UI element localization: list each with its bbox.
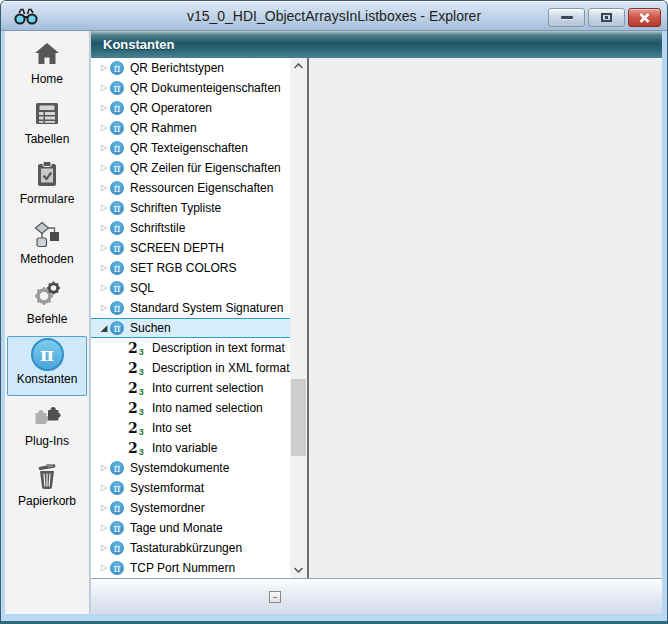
pi-theme-icon: π: [110, 541, 124, 555]
sidebar-item-label: Papierkorb: [18, 494, 76, 508]
minimize-button[interactable]: [548, 8, 585, 27]
panel-title: Konstanten: [103, 37, 175, 52]
tree-item[interactable]: ▷πTCP Port Nummern: [91, 558, 290, 578]
expand-arrow-icon[interactable]: ▷: [98, 218, 110, 238]
tree-item[interactable]: ▷πRessourcen Eigenschaften: [91, 178, 290, 198]
expand-arrow-icon[interactable]: ▷: [98, 198, 110, 218]
expand-arrow-icon[interactable]: ▷: [98, 518, 110, 538]
binoculars-icon: [13, 8, 39, 25]
expand-arrow-icon[interactable]: ▷: [98, 78, 110, 98]
tree-item-label: Tage und Monate: [130, 521, 223, 535]
chevron-up-icon: [294, 63, 303, 69]
tree-item[interactable]: ▷πSchriftstile: [91, 218, 290, 238]
tree-item-label: Description in XML format: [152, 361, 290, 375]
pi-theme-icon: π: [110, 201, 124, 215]
pi-theme-icon: π: [110, 461, 124, 475]
tree-item[interactable]: 23Description in XML format: [91, 358, 290, 378]
sidebar-item-plugins[interactable]: Plug-Ins: [7, 398, 87, 456]
tree-item[interactable]: 23Into current selection: [91, 378, 290, 398]
scrollbar-thumb[interactable]: [291, 379, 306, 456]
detail-panel: [309, 58, 662, 578]
pi-theme-icon: π: [110, 161, 124, 175]
expand-arrow-icon[interactable]: ▷: [98, 278, 110, 298]
plugins-icon: [32, 399, 62, 433]
sidebar-item-home[interactable]: Home: [7, 36, 87, 94]
expand-arrow-icon[interactable]: ▷: [98, 498, 110, 518]
tree-item[interactable]: ▷πQR Operatoren: [91, 98, 290, 118]
tree-item[interactable]: ▷πQR Texteigenschaften: [91, 138, 290, 158]
tree-item-label: Schriften Typliste: [130, 201, 221, 215]
longint-constant-icon: 23: [128, 380, 146, 396]
expand-arrow-icon[interactable]: ▷: [98, 298, 110, 318]
sidebar-item-tabellen[interactable]: Tabellen: [7, 96, 87, 154]
tree-item[interactable]: ▷πQR Rahmen: [91, 118, 290, 138]
tree-item[interactable]: ▷πTage und Monate: [91, 518, 290, 538]
tree-item-label: QR Rahmen: [130, 121, 197, 135]
sidebar-item-methoden[interactable]: Methoden: [7, 216, 87, 274]
tree-item[interactable]: 23Description in text format: [91, 338, 290, 358]
tree-item[interactable]: ▷πStandard System Signaturen: [91, 298, 290, 318]
splitter-collapse-button[interactable]: −: [269, 591, 281, 603]
minimize-icon: [561, 16, 573, 19]
pi-theme-icon: π: [110, 81, 124, 95]
pi-theme-icon: π: [110, 241, 124, 255]
expand-arrow-icon[interactable]: ▷: [98, 58, 110, 78]
tree-item[interactable]: ◢πSuchen: [91, 318, 290, 338]
tree-item[interactable]: ▷πSystemformat: [91, 478, 290, 498]
tree-item[interactable]: ▷πSET RGB COLORS: [91, 258, 290, 278]
tree-item-label: SET RGB COLORS: [130, 261, 236, 275]
tree-item[interactable]: ▷πSchriften Typliste: [91, 198, 290, 218]
close-button[interactable]: [628, 8, 661, 27]
tree-item[interactable]: ▷πQR Dokumenteigenschaften: [91, 78, 290, 98]
expand-arrow-icon[interactable]: ▷: [98, 458, 110, 478]
constants-pi-icon: π: [31, 337, 64, 371]
tree-item[interactable]: 23Into variable: [91, 438, 290, 458]
longint-constant-icon: 23: [128, 440, 146, 456]
longint-constant-icon: 23: [128, 340, 146, 356]
expand-arrow-icon[interactable]: ▷: [98, 98, 110, 118]
tree-item[interactable]: ▷πSQL: [91, 278, 290, 298]
expand-arrow-icon[interactable]: ▷: [98, 178, 110, 198]
expand-arrow-icon[interactable]: ▷: [98, 138, 110, 158]
tree-item[interactable]: ▷πQR Zeilen für Eigenschaften: [91, 158, 290, 178]
expand-arrow-icon[interactable]: ▷: [98, 558, 110, 578]
tree-item-label: QR Dokumenteigenschaften: [130, 81, 281, 95]
bottom-splitter-bar: −: [91, 578, 662, 614]
titlebar[interactable]: v15_0_HDI_ObjectArraysInListboxes - Expl…: [1, 1, 667, 31]
expand-arrow-icon[interactable]: ▷: [98, 238, 110, 258]
tree-scrollbar[interactable]: [290, 58, 307, 578]
expand-arrow-icon[interactable]: ▷: [98, 478, 110, 498]
tree-item-label: Tastaturabkürzungen: [130, 541, 242, 555]
tree-item-label: QR Zeilen für Eigenschaften: [130, 161, 281, 175]
scroll-up-button[interactable]: [290, 58, 307, 74]
sidebar-item-formulare[interactable]: Formulare: [7, 156, 87, 214]
pi-theme-icon: π: [110, 121, 124, 135]
expand-arrow-icon[interactable]: ▷: [98, 538, 110, 558]
tree-item[interactable]: 23Into named selection: [91, 398, 290, 418]
constants-tree: ▷πQR Berichtstypen▷πQR Dokumenteigenscha…: [91, 58, 290, 578]
tree-item-label: QR Operatoren: [130, 101, 212, 115]
tree-item-label: Into current selection: [152, 381, 263, 395]
sidebar-item-befehle[interactable]: Befehle: [7, 276, 87, 334]
pi-theme-icon: π: [110, 501, 124, 515]
expand-arrow-icon[interactable]: ▷: [98, 258, 110, 278]
expand-arrow-icon[interactable]: ▷: [98, 118, 110, 138]
pi-theme-icon: π: [110, 181, 124, 195]
restore-button[interactable]: [588, 8, 625, 27]
tree-item[interactable]: ▷πSystemordner: [91, 498, 290, 518]
tree-item[interactable]: ▷πSCREEN DEPTH: [91, 238, 290, 258]
scroll-down-button[interactable]: [290, 562, 307, 578]
expand-arrow-icon[interactable]: ▷: [98, 158, 110, 178]
tables-icon: [32, 97, 62, 131]
tree-item[interactable]: 23Into set: [91, 418, 290, 438]
sidebar-item-konstanten[interactable]: π Konstanten: [7, 336, 87, 396]
sidebar-item-papierkorb[interactable]: Papierkorb: [7, 458, 87, 516]
collapse-arrow-icon[interactable]: ◢: [98, 318, 110, 338]
pi-theme-icon: π: [110, 61, 124, 75]
tree-item[interactable]: ▷πTastaturabkürzungen: [91, 538, 290, 558]
sidebar-item-label: Methoden: [20, 252, 73, 266]
tree-item[interactable]: ▷πQR Berichtstypen: [91, 58, 290, 78]
tree-item-label: SCREEN DEPTH: [130, 241, 224, 255]
sidebar-item-label: Plug-Ins: [25, 434, 69, 448]
tree-item[interactable]: ▷πSystemdokumente: [91, 458, 290, 478]
